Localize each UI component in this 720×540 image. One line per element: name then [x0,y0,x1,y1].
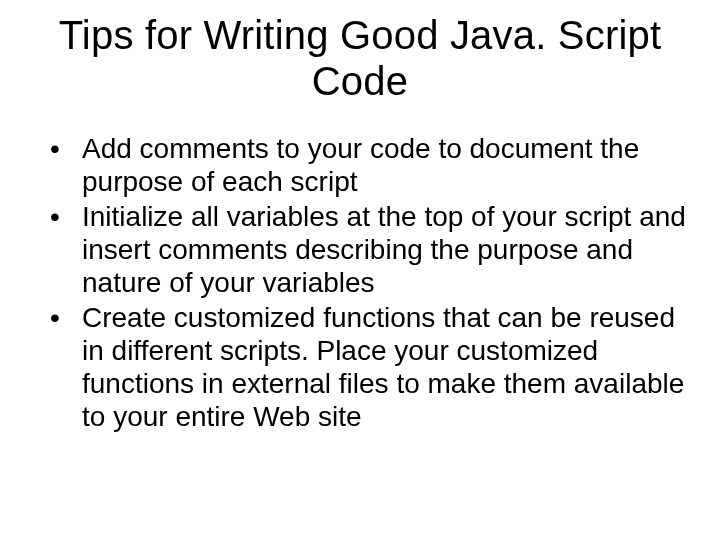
list-item: Create customized functions that can be … [50,301,690,433]
bullet-list: Add comments to your code to document th… [30,132,690,433]
list-item: Initialize all variables at the top of y… [50,200,690,299]
slide-title: Tips for Writing Good Java. Script Code [30,12,690,104]
slide-container: Tips for Writing Good Java. Script Code … [0,0,720,540]
list-item: Add comments to your code to document th… [50,132,690,198]
